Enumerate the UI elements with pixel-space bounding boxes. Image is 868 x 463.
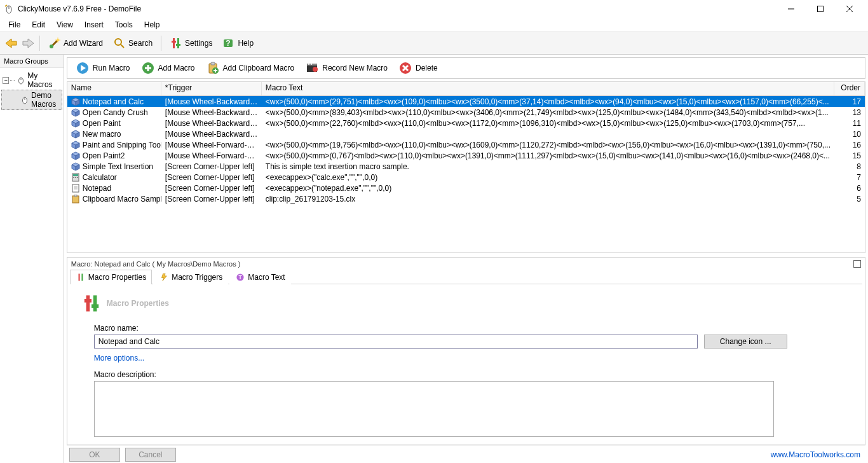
menu-insert[interactable]: Insert (79, 19, 109, 31)
settings-button[interactable]: Settings (165, 35, 217, 52)
help-icon: ? (222, 37, 235, 50)
main-toolbar: Add Wizard Search Settings ? Help (0, 32, 868, 55)
row-text: <execappex>("calc.exe","","",0,0) (262, 173, 834, 182)
row-name: Open Paint (83, 119, 121, 128)
svg-rect-46 (86, 295, 90, 311)
table-row[interactable]: Calculator[Screen Corner-Upper left]<exe… (67, 172, 865, 183)
macro-type-icon (71, 173, 80, 182)
folder-icon (16, 75, 26, 85)
search-icon (113, 37, 126, 50)
menu-view[interactable]: View (51, 19, 79, 31)
minimize-button[interactable] (776, 0, 806, 18)
change-icon-button[interactable]: Change icon ... (704, 335, 787, 349)
tree-root-item[interactable]: − My Macros (1, 71, 62, 90)
sidebar-header: Macro Groups (0, 55, 64, 68)
nav-back-button[interactable] (4, 36, 19, 51)
table-row[interactable]: Notepad[Screen Corner-Upper left]<execap… (67, 183, 865, 193)
svg-point-27 (308, 64, 309, 65)
macro-type-icon (71, 119, 80, 128)
tree-collapse-icon[interactable]: − (3, 77, 9, 84)
table-row[interactable]: Clipboard Macro Sample[Screen Corner-Upp… (67, 193, 865, 204)
row-trigger: [Mouse Wheel-Backward-An... (161, 97, 262, 106)
header-text[interactable]: Macro Text (262, 82, 834, 95)
svg-rect-43 (81, 273, 83, 280)
macro-name-label: Macro name: (94, 324, 850, 333)
svg-rect-47 (93, 295, 97, 311)
add-macro-button[interactable]: Add Macro (137, 60, 200, 76)
table-row[interactable]: Open Paint2[Mouse Wheel-Forward-On T...<… (67, 150, 865, 161)
grid-header: Name *Trigger Macro Text Order (67, 82, 865, 96)
menu-tools[interactable]: Tools (109, 19, 139, 31)
grid-body[interactable]: Notepad and Calc[Mouse Wheel-Backward-An… (67, 96, 865, 204)
row-name: Calculator (83, 173, 117, 182)
table-row[interactable]: Paint and Snipping Tool[Mouse Wheel-Forw… (67, 139, 865, 150)
panel-maximize-button[interactable] (853, 260, 861, 268)
table-row[interactable]: New macro[Mouse Wheel-Backward-An...10 (67, 128, 865, 139)
more-options-link[interactable]: More options... (94, 354, 850, 363)
row-text: This is simple text insertion macro samp… (262, 162, 834, 171)
table-row[interactable]: Simple Text Insertion[Screen Corner-Uppe… (67, 161, 865, 172)
menu-edit[interactable]: Edit (26, 19, 51, 31)
properties-heading-label: Macro Properties (107, 299, 169, 308)
add-clipboard-macro-label: Add Clipboard Macro (223, 64, 295, 73)
properties-heading-icon (83, 294, 100, 312)
cancel-button[interactable]: Cancel (125, 448, 176, 462)
svg-point-28 (311, 64, 312, 65)
record-macro-button[interactable]: Record New Macro (301, 60, 393, 76)
tree-child-item[interactable]: Demo Macros (1, 90, 62, 110)
add-clipboard-macro-button[interactable]: Add Clipboard Macro (201, 60, 300, 76)
macro-groups-tree[interactable]: − My Macros Demo Macros (0, 68, 64, 113)
row-name: Paint and Snipping Tool (83, 141, 161, 149)
svg-rect-34 (75, 177, 76, 178)
maximize-button[interactable] (806, 0, 835, 18)
macro-description-input[interactable] (94, 381, 774, 437)
delete-label: Delete (416, 64, 438, 73)
table-row[interactable]: Notepad and Calc[Mouse Wheel-Backward-An… (67, 96, 865, 107)
svg-rect-48 (85, 299, 92, 303)
svg-rect-42 (78, 273, 79, 280)
row-text: <wx>(500,0)<mm>(19,756)<mlbd><wx>(110,0)… (262, 141, 834, 149)
macro-toolbar: Run Macro Add Macro Add Clipboard Macro … (67, 57, 865, 79)
play-icon (76, 62, 89, 74)
svg-rect-11 (177, 38, 179, 48)
row-name: Notepad and Calc (83, 97, 144, 106)
row-name: Open Candy Crush (83, 108, 148, 117)
row-text: <wx>(500,0)<mm>(22,760)<mlbd><wx>(110,0)… (262, 119, 834, 128)
header-order[interactable]: Order (834, 82, 865, 95)
nav-forward-button[interactable] (20, 36, 36, 51)
delete-button[interactable]: Delete (394, 60, 443, 76)
help-button[interactable]: ? Help (218, 35, 258, 52)
menu-help[interactable]: Help (139, 19, 166, 31)
header-trigger[interactable]: *Trigger (161, 82, 262, 95)
triggers-icon (159, 272, 169, 282)
macro-type-icon (71, 195, 80, 204)
close-button[interactable] (835, 0, 864, 18)
tree-root-label: My Macros (27, 71, 61, 89)
add-wizard-label: Add Wizard (64, 39, 103, 48)
properties-panel: Macro: Notepad and Calc ( My Macros\Demo… (67, 257, 865, 445)
macro-type-icon (71, 141, 80, 149)
properties-tabs: Macro Properties Macro Triggers T Macro … (70, 269, 862, 284)
menu-file[interactable]: File (3, 19, 26, 31)
tab-macro-properties[interactable]: Macro Properties (70, 270, 152, 284)
ok-button[interactable]: OK (69, 448, 120, 462)
footer: OK Cancel www.MacroToolworks.com (67, 445, 865, 463)
search-button[interactable]: Search (109, 35, 157, 52)
svg-rect-36 (72, 184, 79, 192)
add-wizard-button[interactable]: Add Wizard (44, 35, 107, 52)
table-row[interactable]: Open Paint[Mouse Wheel-Backward-An...<wx… (67, 118, 865, 128)
footer-url-link[interactable]: www.MacroToolworks.com (771, 450, 860, 459)
svg-rect-10 (173, 38, 175, 48)
record-macro-label: Record New Macro (322, 64, 388, 73)
tab-properties-label: Macro Properties (88, 273, 146, 282)
macro-name-input[interactable] (94, 335, 698, 349)
tab-macro-text[interactable]: T Macro Text (229, 270, 290, 284)
svg-rect-33 (73, 177, 74, 178)
row-text: clip:clip_261791203-15.clx (262, 195, 834, 204)
header-name[interactable]: Name (67, 82, 161, 95)
sidebar: Macro Groups − My Macros Demo Macros (0, 55, 64, 463)
tab-macro-triggers[interactable]: Macro Triggers (153, 270, 228, 284)
row-text: <wx>(500,0)<mm>(839,403)<mlbd><wx>(110,0… (262, 108, 834, 117)
table-row[interactable]: Open Candy Crush[Mouse Wheel-Backward-An… (67, 107, 865, 118)
run-macro-button[interactable]: Run Macro (71, 60, 135, 76)
